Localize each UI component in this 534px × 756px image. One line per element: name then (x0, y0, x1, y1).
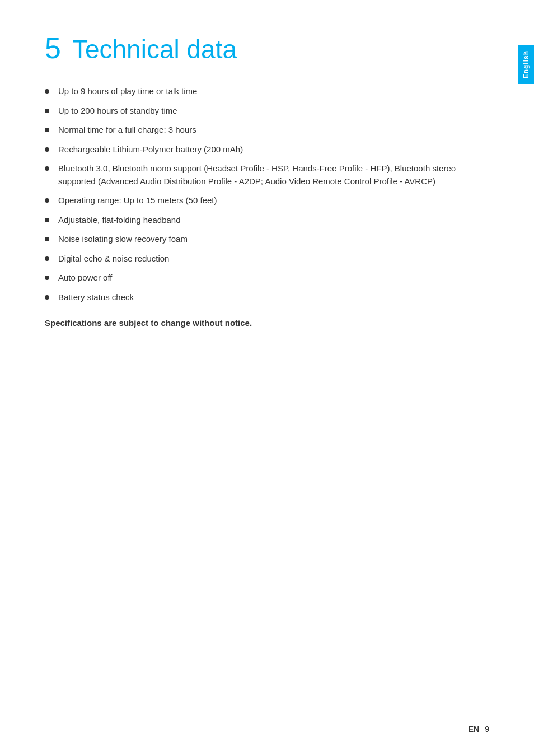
bullet-text: Noise isolating slow recovery foam (58, 233, 489, 246)
list-item: Normal time for a full charge: 3 hours (45, 124, 489, 137)
list-item: Up to 200 hours of standby time (45, 105, 489, 118)
bullet-text: Up to 9 hours of play time or talk time (58, 85, 489, 98)
list-item: Digital echo & noise reduction (45, 253, 489, 265)
list-item: Bluetooth 3.0, Bluetooth mono support (H… (45, 162, 489, 188)
notice-text: Specifications are subject to change wit… (45, 317, 489, 330)
bullet-text: Rechargeable Lithium-Polymer battery (20… (58, 143, 489, 156)
section-number: 5 (45, 34, 61, 63)
bullet-text: Auto power off (58, 272, 489, 284)
bullet-dot (45, 109, 49, 113)
bullet-text: Digital echo & noise reduction (58, 253, 489, 265)
bullet-text: Bluetooth 3.0, Bluetooth mono support (H… (58, 162, 489, 188)
bullet-list: Up to 9 hours of play time or talk timeU… (45, 85, 489, 304)
bullet-dot (45, 128, 49, 132)
bullet-dot (45, 147, 49, 152)
right-tab-label: English (522, 50, 530, 78)
right-tab: English (518, 45, 534, 84)
footer: EN 9 (469, 725, 489, 734)
list-item: Rechargeable Lithium-Polymer battery (20… (45, 143, 489, 156)
section-header: 5 Technical data (45, 34, 489, 63)
list-item: Operating range: Up to 15 meters (50 fee… (45, 194, 489, 207)
bullet-dot (45, 295, 49, 300)
list-item: Battery status check (45, 291, 489, 304)
bullet-text: Up to 200 hours of standby time (58, 105, 489, 118)
bullet-text: Adjustable, flat-folding headband (58, 214, 489, 227)
section-title: Technical data (72, 36, 237, 62)
bullet-dot (45, 89, 49, 94)
bullet-dot (45, 198, 49, 203)
list-item: Up to 9 hours of play time or talk time (45, 85, 489, 98)
bullet-dot (45, 256, 49, 261)
footer-lang: EN (469, 725, 479, 734)
bullet-text: Normal time for a full charge: 3 hours (58, 124, 489, 137)
list-item: Auto power off (45, 272, 489, 284)
bullet-text: Battery status check (58, 291, 489, 304)
list-item: Noise isolating slow recovery foam (45, 233, 489, 246)
bullet-dot (45, 237, 49, 241)
bullet-dot (45, 166, 49, 171)
page-container: 5 Technical data Up to 9 hours of play t… (0, 0, 534, 756)
bullet-dot (45, 218, 49, 222)
footer-page: 9 (485, 725, 489, 734)
list-item: Adjustable, flat-folding headband (45, 214, 489, 227)
bullet-text: Operating range: Up to 15 meters (50 fee… (58, 194, 489, 207)
bullet-dot (45, 276, 49, 280)
